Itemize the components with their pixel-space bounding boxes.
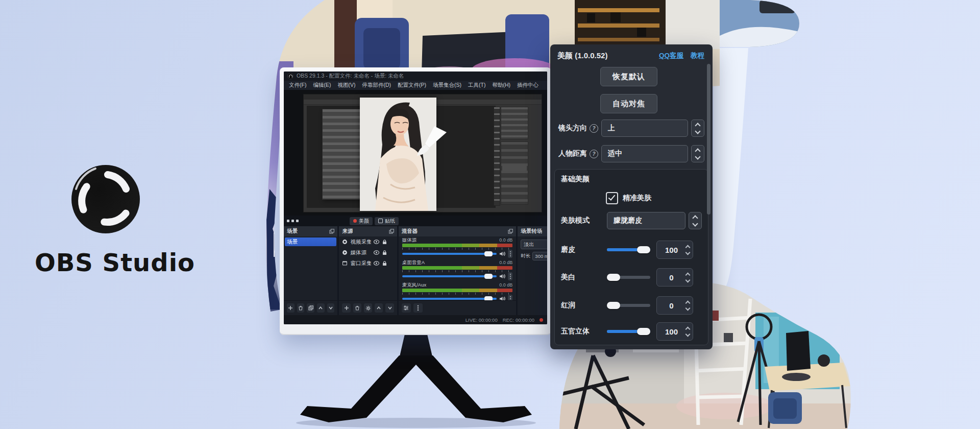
- visibility-eye-icon[interactable]: [374, 261, 379, 266]
- volume-slider[interactable]: [402, 298, 497, 300]
- whitening-slider[interactable]: [607, 276, 650, 279]
- basic-beauty-section: 基础美颜 精准美肤 美肤模式 朦胧磨皮 磨皮 100 美白 0 红润 0 五官立…: [554, 169, 708, 345]
- meter-ticks: [402, 270, 513, 272]
- captured-editor-window: [303, 94, 542, 212]
- remove-scene-button[interactable]: [297, 303, 305, 313]
- source-properties-button[interactable]: [364, 303, 372, 313]
- source-row[interactable]: 视频采集设备: [340, 237, 396, 246]
- menu-profile[interactable]: 配置文件(P): [398, 82, 426, 89]
- move-scene-down-button[interactable]: [327, 303, 335, 313]
- move-source-up-button[interactable]: [375, 303, 383, 313]
- face-definition-slider[interactable]: [607, 330, 650, 333]
- live-time: LIVE: 00:00:00: [465, 317, 498, 323]
- scenes-toolbar: [284, 300, 337, 315]
- visibility-eye-icon[interactable]: [374, 240, 379, 244]
- obs-docks: 场景 场景 来源: [284, 226, 547, 315]
- precise-skin-row: 精准美肤: [606, 192, 651, 204]
- volume-meter: [402, 266, 513, 270]
- smoothing-value-box[interactable]: 100: [656, 241, 693, 259]
- lock-icon[interactable]: [382, 261, 387, 266]
- add-scene-button[interactable]: [287, 303, 295, 313]
- menu-scene-collection[interactable]: 场景集合(S): [433, 82, 461, 89]
- transition-duration-field[interactable]: 300 ms: [532, 252, 547, 260]
- volume-slider[interactable]: [402, 253, 497, 255]
- dock-popout-icon[interactable]: [508, 229, 513, 234]
- transitions-dock: 场景转场 淡出 时长 300 ms: [518, 226, 547, 315]
- obs-logo-title: OBS Studio: [26, 248, 204, 277]
- editor-layers-panel: [501, 141, 528, 205]
- plugin-tab-sticker[interactable]: 贴纸: [375, 217, 399, 225]
- skin-mode-stepper[interactable]: [689, 212, 702, 229]
- smoothing-slider[interactable]: [607, 248, 650, 251]
- dock-popout-icon[interactable]: [389, 229, 394, 234]
- subject-distance-stepper[interactable]: [691, 145, 704, 162]
- lock-icon[interactable]: [382, 250, 387, 255]
- menu-view[interactable]: 视图(V): [337, 82, 355, 89]
- skin-mode-select[interactable]: 朦胧磨皮: [607, 212, 685, 229]
- camera-direction-select[interactable]: 上: [601, 120, 688, 137]
- mixer-channel: 媒体源0.0 dB: [402, 237, 513, 258]
- menu-docks[interactable]: 停靠部件(D): [362, 82, 391, 89]
- lock-icon[interactable]: [382, 240, 387, 245]
- subject-distance-select[interactable]: 适中: [601, 145, 688, 162]
- camera-direction-row: 镜头方向 ? 上: [558, 120, 704, 136]
- scenes-dock-title: 场景: [287, 228, 298, 235]
- scene-row-selected[interactable]: 场景: [285, 237, 336, 246]
- move-scene-up-button[interactable]: [317, 303, 325, 313]
- menu-plugin-center[interactable]: 插件中心: [517, 82, 538, 89]
- skin-mode-row: 美肤模式 朦胧磨皮: [561, 212, 702, 229]
- menu-file[interactable]: 文件(F): [289, 82, 306, 89]
- mixer-toolbar: [399, 300, 517, 315]
- dock-popout-icon[interactable]: [329, 229, 334, 234]
- menu-edit[interactable]: 编辑(E): [313, 82, 331, 89]
- help-icon[interactable]: ?: [590, 124, 598, 133]
- obs-app-icon: [287, 73, 293, 79]
- sources-dock-title: 来源: [342, 228, 353, 235]
- precise-skin-checkbox[interactable]: [606, 192, 618, 204]
- add-source-button[interactable]: [342, 303, 350, 313]
- obs-logo: [65, 158, 146, 240]
- rosy-slider[interactable]: [607, 304, 650, 307]
- transition-duration-label: 时长: [521, 253, 530, 259]
- red-dot-icon: [353, 219, 357, 223]
- speaker-icon[interactable]: [499, 274, 505, 279]
- menu-help[interactable]: 帮助(H): [492, 82, 510, 89]
- channel-options-button[interactable]: [508, 272, 512, 280]
- face-definition-value-box[interactable]: 100: [656, 322, 693, 341]
- plugin-tab-beauty[interactable]: 美颜: [350, 217, 373, 225]
- source-row[interactable]: 窗口采集: [340, 259, 396, 268]
- tutorial-link[interactable]: 教程: [691, 51, 704, 60]
- channel-options-button[interactable]: [508, 250, 512, 258]
- rosy-slider-row: 红润 0: [561, 297, 702, 314]
- help-icon[interactable]: ?: [590, 150, 598, 158]
- restore-default-button[interactable]: 恢复默认: [600, 67, 657, 86]
- menu-tools[interactable]: 工具(T): [468, 82, 485, 89]
- duplicate-scene-button[interactable]: [307, 303, 314, 313]
- volume-slider[interactable]: [402, 275, 497, 277]
- transition-select[interactable]: 淡出: [521, 240, 547, 249]
- obs-window-title: OBS 29.1.3 - 配置文件: 未命名 - 场景: 未命名: [297, 73, 404, 80]
- auto-focus-button[interactable]: 自动对焦: [600, 94, 657, 113]
- visibility-eye-icon[interactable]: [374, 250, 379, 255]
- remove-source-button[interactable]: [353, 303, 361, 313]
- transitions-dock-title: 场景转场: [521, 228, 542, 235]
- obs-statusbar: LIVE: 00:00:00 REC: 00:00:00: [284, 315, 547, 324]
- qq-support-link[interactable]: QQ客服: [659, 51, 683, 60]
- media-icon: [342, 250, 348, 255]
- source-row[interactable]: 媒体源: [340, 248, 396, 257]
- mixer-dock-title: 混音器: [402, 228, 418, 235]
- move-source-down-button[interactable]: [385, 303, 394, 313]
- mixer-filters-button[interactable]: [402, 303, 411, 313]
- square-icon: [378, 219, 383, 223]
- speaker-icon[interactable]: [499, 251, 505, 256]
- meter-ticks: [402, 293, 513, 295]
- camera-direction-stepper[interactable]: [691, 120, 704, 137]
- rosy-value-box[interactable]: 0: [656, 296, 693, 315]
- mixer-options-button[interactable]: [413, 303, 423, 313]
- paintbrush-cursor: [414, 125, 448, 159]
- beauty-plugin-panel: 美颜 (1.0.0.52) QQ客服 教程 恢复默认 自动对焦 镜头方向 ? 上…: [550, 44, 713, 349]
- panel-scrollbar[interactable]: [707, 64, 710, 214]
- whitening-value-box[interactable]: 0: [656, 268, 693, 287]
- audio-mixer-dock: 混音器 媒体源0.0 dB 桌面音: [399, 226, 517, 315]
- window-icon: [342, 260, 348, 266]
